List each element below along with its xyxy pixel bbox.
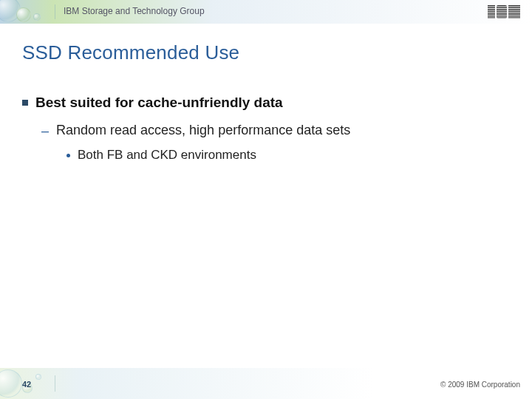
svg-rect-4	[488, 8, 520, 9]
dash-bullet-icon: –	[41, 123, 49, 139]
bullet-l1-text: Best suited for cache-unfriendly data	[35, 95, 283, 111]
bullet-l2-text: Random read access, high performance dat…	[56, 123, 350, 138]
copyright-text: © 2009 IBM Corporation	[440, 381, 520, 389]
svg-rect-3	[488, 7, 520, 7]
bullet-level-2: – Random read access, high performance d…	[41, 123, 350, 139]
slide-number: 42	[22, 380, 31, 389]
bullet-l3-text: Both FB and CKD environments	[78, 148, 256, 163]
decoration-bubble	[0, 369, 22, 398]
svg-rect-6	[488, 12, 520, 13]
decoration-divider	[55, 4, 55, 19]
svg-rect-7	[488, 14, 520, 15]
bullet-level-3: Both FB and CKD environments	[66, 148, 256, 163]
decoration-bubble	[33, 13, 41, 21]
decoration-divider	[55, 375, 55, 392]
dot-bullet-icon	[66, 154, 70, 157]
header-org-name: IBM Storage and Technology Group	[64, 6, 205, 16]
bullet-level-1: Best suited for cache-unfriendly data	[22, 95, 283, 111]
svg-rect-9	[488, 18, 520, 18]
slide-title: SSD Recommended Use	[22, 41, 239, 64]
ibm-logo-icon	[486, 4, 522, 19]
square-bullet-icon	[22, 100, 28, 106]
header-banner: IBM Storage and Technology Group	[0, 0, 532, 24]
svg-rect-8	[488, 16, 520, 16]
decoration-bubble	[16, 7, 31, 22]
footer-bar: 42 © 2009 IBM Corporation	[0, 368, 532, 399]
decoration-bubble	[35, 374, 41, 380]
svg-rect-5	[488, 10, 520, 11]
slide: IBM Storage and Technology Group	[0, 0, 532, 399]
